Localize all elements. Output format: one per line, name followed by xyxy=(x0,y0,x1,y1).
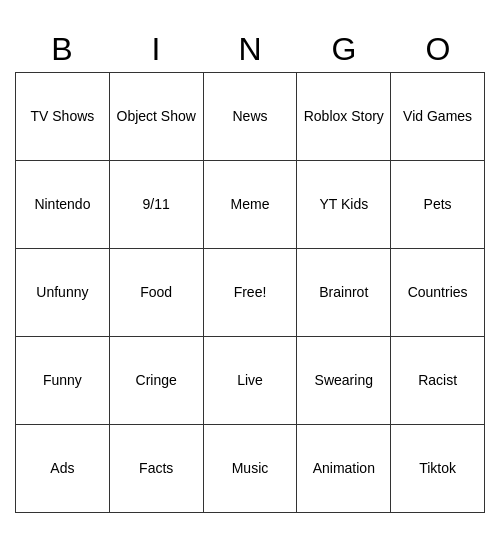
table-row: AdsFactsMusicAnimationTiktok xyxy=(16,425,485,513)
bingo-cell: YT Kids xyxy=(297,161,391,249)
bingo-cell: Tiktok xyxy=(391,425,485,513)
table-row: TV ShowsObject ShowNewsRoblox StoryVid G… xyxy=(16,73,485,161)
bingo-cell: Facts xyxy=(109,425,203,513)
bingo-cell: 9/11 xyxy=(109,161,203,249)
bingo-cell: Brainrot xyxy=(297,249,391,337)
header-letter: O xyxy=(391,31,485,68)
bingo-cell: Music xyxy=(203,425,297,513)
bingo-cell: Meme xyxy=(203,161,297,249)
table-row: UnfunnyFoodFree!BrainrotCountries xyxy=(16,249,485,337)
bingo-header: BINGO xyxy=(15,31,485,68)
bingo-cell: Free! xyxy=(203,249,297,337)
bingo-cell: Food xyxy=(109,249,203,337)
bingo-cell: Countries xyxy=(391,249,485,337)
bingo-cell: Live xyxy=(203,337,297,425)
bingo-cell: Cringe xyxy=(109,337,203,425)
bingo-cell: Racist xyxy=(391,337,485,425)
bingo-cell: Vid Games xyxy=(391,73,485,161)
bingo-cell: Roblox Story xyxy=(297,73,391,161)
bingo-cell: Nintendo xyxy=(16,161,110,249)
header-letter: B xyxy=(15,31,109,68)
bingo-cell: Funny xyxy=(16,337,110,425)
bingo-cell: Pets xyxy=(391,161,485,249)
bingo-container: BINGO TV ShowsObject ShowNewsRoblox Stor… xyxy=(15,31,485,513)
header-letter: N xyxy=(203,31,297,68)
bingo-cell: Object Show xyxy=(109,73,203,161)
bingo-cell: TV Shows xyxy=(16,73,110,161)
bingo-cell: Ads xyxy=(16,425,110,513)
bingo-cell: Animation xyxy=(297,425,391,513)
table-row: Nintendo9/11MemeYT KidsPets xyxy=(16,161,485,249)
bingo-cell: Unfunny xyxy=(16,249,110,337)
bingo-cell: Swearing xyxy=(297,337,391,425)
header-letter: I xyxy=(109,31,203,68)
header-letter: G xyxy=(297,31,391,68)
bingo-grid: TV ShowsObject ShowNewsRoblox StoryVid G… xyxy=(15,72,485,513)
bingo-cell: News xyxy=(203,73,297,161)
table-row: FunnyCringeLiveSwearingRacist xyxy=(16,337,485,425)
